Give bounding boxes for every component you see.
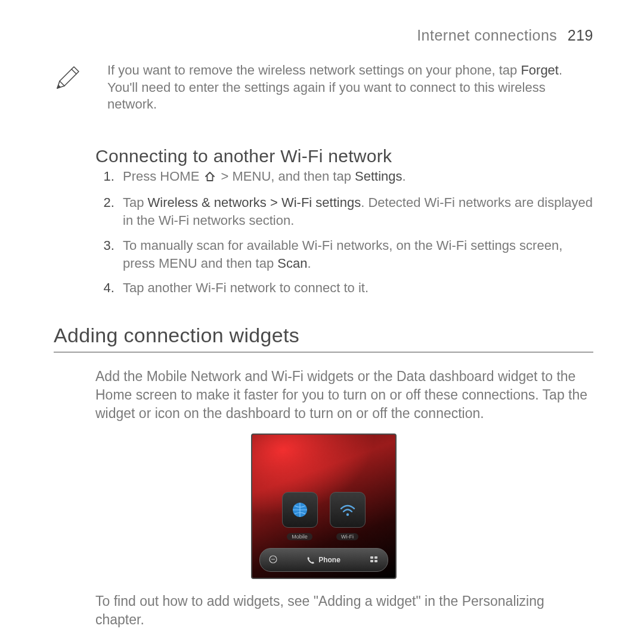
manual-page: Internet connections 219 If you want to … xyxy=(0,0,644,644)
note-text-before: If you want to remove the wireless netwo… xyxy=(107,63,521,78)
subheading-connecting: Connecting to another Wi-Fi network xyxy=(95,146,593,166)
svg-rect-4 xyxy=(374,556,377,559)
step-2-path: Wireless & networks > Wi-Fi settings xyxy=(148,195,361,210)
running-header: Internet connections 219 xyxy=(54,27,593,44)
wifi-widget: Wi-Fi xyxy=(329,492,366,541)
globe-icon xyxy=(282,492,318,528)
mobile-widget-label: Mobile xyxy=(287,533,312,540)
svg-rect-6 xyxy=(374,560,377,562)
step-2: Tap Wireless & networks > Wi-Fi settings… xyxy=(118,194,593,229)
wifi-icon xyxy=(330,492,366,528)
step-3-c: . xyxy=(307,256,311,271)
phone-handset-icon xyxy=(306,556,315,564)
svg-rect-5 xyxy=(370,560,373,562)
dock-left-icon xyxy=(268,555,278,566)
step-1-settings: Settings xyxy=(355,169,402,184)
step-1-a: Press HOME xyxy=(123,169,203,184)
dock-phone-button: Phone xyxy=(306,556,340,564)
step-4-a: Tap another Wi-Fi network to connect to … xyxy=(123,280,369,295)
phone-dock: Phone xyxy=(259,548,388,572)
step-3-a: To manually scan for available Wi-Fi net… xyxy=(123,238,562,271)
phone-screenshot: Mobile Wi-Fi Phone xyxy=(251,434,397,579)
step-2-a: Tap xyxy=(123,195,148,210)
step-1-b: > MENU, and then tap xyxy=(217,169,355,184)
page-number: 219 xyxy=(568,27,593,44)
dock-phone-label: Phone xyxy=(318,556,340,564)
step-4: Tap another Wi-Fi network to connect to … xyxy=(118,279,593,297)
note-text: If you want to remove the wireless netwo… xyxy=(95,62,593,113)
para-see-adding-widget: To find out how to add widgets, see "Add… xyxy=(95,592,593,629)
note-block: If you want to remove the wireless netwo… xyxy=(54,62,593,113)
steps-list: Press HOME > MENU, and then tap Settings… xyxy=(95,168,593,297)
chapter-title: Internet connections xyxy=(417,27,557,44)
note-text-forget: Forget xyxy=(521,63,559,78)
dock-right-icon xyxy=(369,555,379,566)
svg-point-1 xyxy=(346,513,348,516)
figure-widget-screenshot: Mobile Wi-Fi Phone xyxy=(54,434,593,581)
wifi-widget-label: Wi-Fi xyxy=(336,533,358,540)
step-1: Press HOME > MENU, and then tap Settings… xyxy=(118,168,593,187)
section-heading-widgets: Adding connection widgets xyxy=(54,324,593,352)
home-icon xyxy=(204,169,216,187)
mobile-widget: Mobile xyxy=(281,492,318,541)
svg-rect-3 xyxy=(370,556,373,559)
para-widgets-intro: Add the Mobile Network and Wi-Fi widgets… xyxy=(95,367,593,423)
pencil-icon xyxy=(54,62,95,94)
widget-icons-row: Mobile Wi-Fi xyxy=(252,492,395,541)
step-3-scan: Scan xyxy=(277,256,307,271)
step-1-d: . xyxy=(402,169,406,184)
step-3: To manually scan for available Wi-Fi net… xyxy=(118,237,593,272)
